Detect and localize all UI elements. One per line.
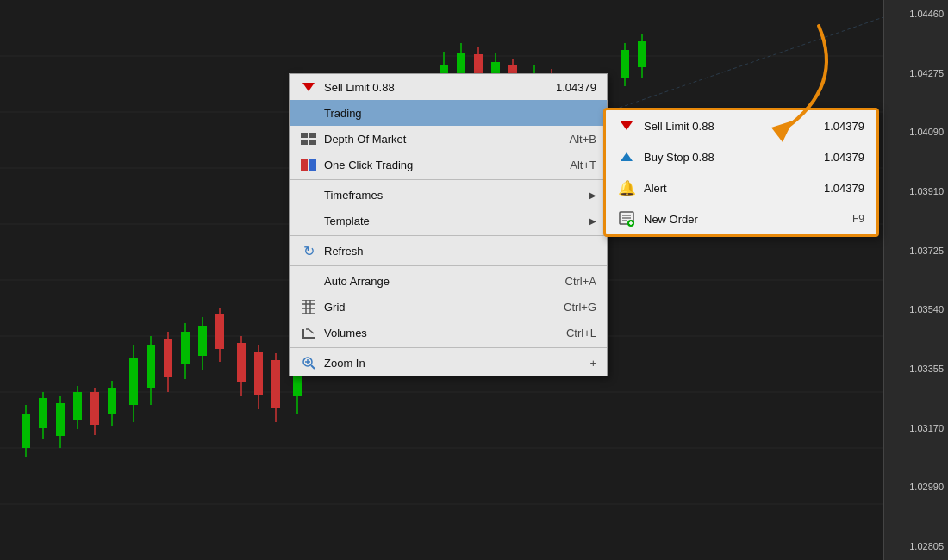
oct-label: One Click Trading — [324, 159, 563, 171]
svg-rect-78 — [638, 41, 646, 67]
volumes-shortcut: Ctrl+L — [566, 327, 596, 339]
separator-1 — [290, 179, 607, 180]
price-label-1: 1.04460 — [889, 9, 944, 19]
svg-rect-76 — [621, 50, 629, 78]
price-axis: 1.04460 1.04275 1.04090 1.03910 1.03725 … — [883, 0, 948, 560]
template-label: Template — [324, 215, 583, 227]
price-label-8: 1.03170 — [889, 423, 944, 433]
zoom-in-shortcut: + — [589, 357, 596, 370]
svg-rect-83 — [301, 140, 308, 145]
oct-icon — [300, 156, 317, 173]
price-label-9: 1.02990 — [889, 482, 944, 492]
menu-item-zoom-in[interactable]: Zoom In + — [290, 350, 607, 376]
submenu-alert-icon: 🔔 — [618, 179, 635, 196]
auto-arrange-label: Auto Arrange — [324, 275, 558, 288]
template-submenu-arrow: ▶ — [589, 216, 596, 226]
svg-rect-34 — [237, 343, 246, 382]
svg-rect-20 — [108, 388, 116, 414]
timeframes-submenu-arrow: ▶ — [589, 190, 596, 200]
price-label-4: 1.03910 — [889, 186, 944, 196]
menu-item-one-click-trading[interactable]: One Click Trading Alt+T — [290, 152, 607, 177]
svg-rect-85 — [301, 159, 308, 171]
svg-rect-36 — [254, 352, 263, 395]
menu-item-refresh[interactable]: ↻ Refresh — [290, 238, 607, 264]
sell-limit-label: Sell Limit 0.88 — [324, 81, 549, 94]
submenu-sell-limit[interactable]: Sell Limit 0.88 1.04379 — [606, 110, 876, 141]
menu-item-grid[interactable]: Grid Ctrl+G — [290, 294, 607, 320]
svg-rect-12 — [39, 398, 47, 428]
menu-item-template[interactable]: Template ▶ — [290, 208, 607, 233]
svg-rect-28 — [181, 332, 190, 364]
menu-item-trading[interactable]: Trading — [290, 100, 607, 126]
svg-rect-82 — [309, 133, 316, 138]
zoom-icon — [300, 354, 317, 371]
depth-icon — [300, 130, 317, 147]
svg-rect-26 — [164, 339, 172, 377]
oct-shortcut: Alt+T — [570, 159, 596, 171]
submenu-sell-price: 1.04379 — [824, 120, 864, 133]
auto-arrange-shortcut: Ctrl+A — [565, 275, 596, 288]
svg-rect-86 — [309, 159, 316, 171]
svg-rect-18 — [90, 392, 99, 425]
grid-icon — [300, 298, 317, 315]
submenu-alert-label: Alert — [644, 182, 815, 195]
submenu-buy-icon — [618, 148, 635, 165]
svg-line-95 — [309, 329, 314, 333]
context-menu: Sell Limit 0.88 1.04379 Trading Depth Of… — [289, 73, 608, 376]
trading-submenu: Sell Limit 0.88 1.04379 Buy Stop 0.88 1.… — [603, 108, 879, 237]
svg-rect-10 — [22, 414, 30, 448]
svg-rect-22 — [129, 358, 138, 405]
timeframes-label: Timeframes — [324, 189, 583, 202]
svg-rect-91 — [302, 300, 315, 314]
submenu-alert[interactable]: 🔔 Alert 1.04379 — [606, 172, 876, 203]
separator-2 — [290, 235, 607, 236]
svg-rect-30 — [198, 326, 207, 356]
submenu-order-icon — [618, 210, 635, 227]
submenu-sell-label: Sell Limit 0.88 — [644, 120, 815, 133]
submenu-buy-stop[interactable]: Buy Stop 0.88 1.04379 — [606, 141, 876, 172]
submenu-order-shortcut: F9 — [852, 213, 864, 225]
price-label-7: 1.03355 — [889, 364, 944, 374]
submenu-alert-price: 1.04379 — [824, 182, 864, 195]
price-label-6: 1.03540 — [889, 304, 944, 314]
menu-item-depth-of-market[interactable]: Depth Of Market Alt+B — [290, 126, 607, 152]
svg-rect-16 — [73, 392, 82, 420]
auto-arrange-icon — [300, 272, 317, 289]
price-label-10: 1.02805 — [889, 541, 944, 551]
submenu-buy-label: Buy Stop 0.88 — [644, 151, 815, 164]
grid-label: Grid — [324, 301, 557, 314]
price-label-3: 1.04090 — [889, 127, 944, 137]
trading-icon — [300, 104, 317, 121]
submenu-sell-icon — [618, 117, 635, 134]
sell-limit-header-row[interactable]: Sell Limit 0.88 1.04379 — [290, 74, 607, 100]
sell-limit-price: 1.04379 — [556, 81, 596, 94]
price-label-5: 1.03725 — [889, 246, 944, 256]
svg-rect-24 — [147, 345, 155, 388]
svg-rect-14 — [56, 403, 65, 436]
submenu-new-order[interactable]: New Order F9 — [606, 203, 876, 234]
refresh-icon: ↻ — [300, 242, 317, 259]
volumes-icon — [300, 324, 317, 341]
grid-shortcut: Ctrl+G — [564, 301, 596, 314]
template-icon — [300, 212, 317, 229]
depth-label: Depth Of Market — [324, 133, 563, 146]
sell-limit-icon — [300, 78, 317, 96]
menu-item-auto-arrange[interactable]: Auto Arrange Ctrl+A — [290, 268, 607, 294]
refresh-label: Refresh — [324, 245, 596, 258]
svg-rect-84 — [309, 140, 316, 145]
trading-label: Trading — [324, 107, 596, 120]
timeframes-icon — [300, 186, 317, 203]
price-label-2: 1.04275 — [889, 68, 944, 78]
depth-shortcut: Alt+B — [570, 133, 596, 146]
separator-3 — [290, 265, 607, 266]
svg-line-97 — [311, 365, 315, 369]
menu-item-timeframes[interactable]: Timeframes ▶ — [290, 182, 607, 208]
separator-4 — [290, 347, 607, 348]
svg-rect-32 — [215, 314, 224, 349]
menu-item-volumes[interactable]: Volumes Ctrl+L — [290, 320, 607, 345]
submenu-buy-price: 1.04379 — [824, 151, 864, 164]
zoom-in-label: Zoom In — [324, 357, 583, 370]
svg-rect-38 — [271, 360, 280, 408]
volumes-label: Volumes — [324, 327, 559, 339]
submenu-order-label: New Order — [644, 213, 844, 226]
